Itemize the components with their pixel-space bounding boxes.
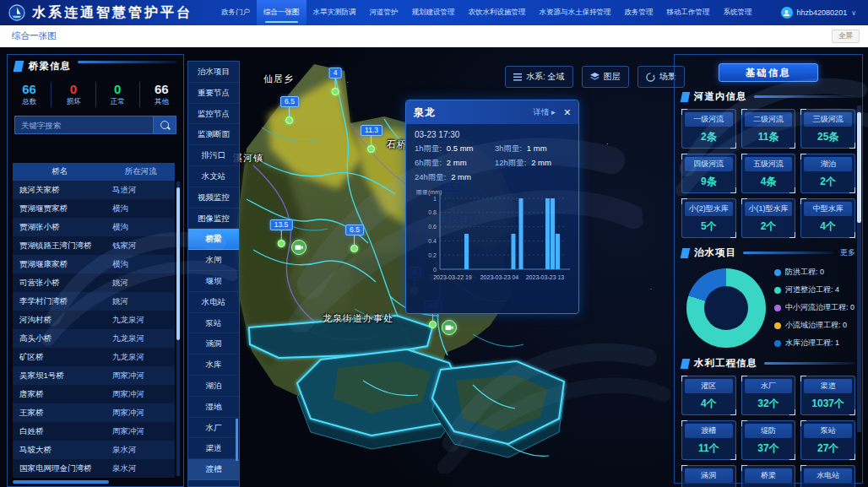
right-panel-scrollbar-thumb[interactable] — [857, 112, 861, 224]
layer-menu-item[interactable]: 水文站 — [188, 166, 239, 187]
camera-marker[interactable] — [291, 240, 307, 255]
marker-value-tag: 13.5 — [270, 219, 293, 230]
layer-menu-item[interactable]: 桥梁 — [188, 229, 239, 250]
table-row[interactable]: 河沟村桥 九龙泉河 — [13, 311, 175, 329]
map-canvas[interactable]: 仙居乡 溪河镇 石桥驿镇 子陵铺镇 泉口街道办 龙泉街道办事处 4 — [0, 47, 868, 487]
stat-value: 66 — [140, 82, 183, 96]
layer-menu-item[interactable]: 监测断面 — [188, 124, 239, 145]
more-link[interactable]: 更多 — [840, 247, 855, 258]
projects-section-title: 治水项目 — [694, 246, 736, 259]
list-icon — [513, 73, 522, 81]
info-card-value: 37个 — [745, 438, 793, 457]
layer-menu-item[interactable]: 泵站 — [188, 313, 239, 334]
table-row[interactable]: 贾湖张小桥 横沟 — [13, 218, 175, 236]
layer-menu-item[interactable]: 湿地 — [188, 397, 239, 418]
table-row[interactable]: 国家电网理金门湾桥 泉水河 — [13, 459, 175, 478]
bridge-name: 矿区桥 — [13, 352, 106, 363]
breadcrumb-bar: 综合一张图 全屏 — [0, 25, 868, 47]
stat-value: 0 — [52, 82, 95, 96]
table-row[interactable]: 高头小桥 九龙泉河 — [13, 329, 175, 348]
close-icon[interactable]: × — [564, 106, 571, 118]
layer-menu-item-label: 水库 — [206, 360, 222, 369]
info-card: 涵洞 47个 — [681, 465, 736, 487]
layer-menu-scrollbar-thumb[interactable] — [236, 419, 238, 461]
bridge-name: 贾湖镇路王湾门湾桥 — [13, 241, 106, 252]
engineering-cards: 灌区 4个 水厂 32个 渠道 1037个 — [681, 376, 855, 487]
nav-item[interactable]: 水资源与水土保持管理 — [533, 0, 618, 25]
camera-marker[interactable] — [442, 320, 457, 335]
layer-menu-item[interactable]: 重要节点 — [188, 83, 239, 104]
table-row[interactable]: 李学村门湾桥 姚河 — [13, 292, 175, 311]
table-row[interactable]: 贾湖堰康家桥 横沟 — [13, 255, 175, 273]
table-row[interactable]: 马坡大桥 泉水河 — [13, 441, 175, 459]
bridge-name: 贾湖堰贾家桥 — [13, 203, 106, 214]
table-row[interactable]: 吴家坝1号桥 周家冲河 — [13, 366, 175, 385]
nav-item[interactable]: 移动工作管理 — [660, 0, 717, 25]
bridge-river: 泉水河 — [106, 463, 175, 474]
table-row[interactable]: 白姓桥 周家冲河 — [13, 422, 175, 441]
table-row[interactable]: 唐家桥 周家冲河 — [13, 385, 175, 403]
map-marker[interactable]: 6.5 — [280, 96, 299, 124]
basic-info-button[interactable]: 基础信息 — [719, 63, 818, 82]
nav-item[interactable]: 农饮水利设施管理 — [462, 0, 533, 25]
section-accent — [681, 248, 691, 258]
layer-menu-item[interactable]: 堤防 — [188, 480, 239, 487]
layer-menu-item[interactable]: 视频监控 — [188, 187, 239, 208]
nav-item-label: 政务管理 — [625, 8, 654, 18]
nav-item[interactable]: 规划建设管理 — [405, 0, 462, 25]
map-marker[interactable]: 11.3 — [361, 125, 382, 153]
user-menu[interactable]: hhzb42080201 ∨ — [781, 7, 856, 19]
search-button[interactable] — [154, 116, 176, 134]
fullscreen-button[interactable]: 全屏 — [832, 30, 860, 43]
layer-menu-item[interactable]: 图像监控 — [188, 208, 239, 230]
bridge-search-input[interactable] — [14, 116, 154, 134]
map-controls: 水系: 全域 图层 场景 — [505, 66, 685, 88]
marker-stem — [371, 136, 372, 145]
layers-icon — [590, 73, 599, 81]
layer-menu-item[interactable]: 涵洞 — [188, 333, 239, 354]
nav-item[interactable]: 综合一张图 — [257, 0, 307, 25]
watersystem-selector[interactable]: 水系: 全域 — [505, 66, 573, 88]
section-header-line — [754, 95, 856, 98]
table-hscrollbar-thumb[interactable] — [13, 480, 109, 484]
popup-metrics: 1h雨量: 0.5 mm 3h雨量: 1 mm 6h雨量: 2 mm — [415, 143, 570, 183]
table-row[interactable]: 贾湖堰贾家桥 横沟 — [13, 199, 175, 218]
table-row[interactable]: 贾湖镇路王湾门湾桥 钱家河 — [13, 236, 175, 255]
bridge-river: 横沟 — [106, 203, 175, 214]
nav-item[interactable]: 政务门户 — [214, 0, 257, 25]
map-place-label: 龙泉街道办事处 — [323, 312, 393, 325]
table-row[interactable]: 司营张小桥 姚河 — [13, 273, 175, 292]
layer-menu-item[interactable]: 水库 — [188, 354, 239, 376]
info-card-label: 二级河流 — [745, 112, 793, 127]
layer-menu-item[interactable]: 堰坝 — [188, 271, 239, 292]
svg-text:2023-03-22 19: 2023-03-22 19 — [433, 274, 472, 280]
nav-item[interactable]: 水旱灾测防调 — [307, 0, 363, 25]
camera-icon — [445, 324, 453, 331]
map-marker[interactable]: 6.5 — [345, 225, 364, 252]
nav-item[interactable]: 系统管理 — [717, 0, 759, 25]
info-card-label: 渡槽 — [685, 424, 733, 438]
rain-metric-label: 3h雨量: — [495, 143, 522, 153]
nav-item-label: 水旱灾测防调 — [313, 8, 356, 18]
layer-menu-item[interactable]: 渠道 — [188, 438, 239, 459]
table-row[interactable]: 姚河关家桥 马道河 — [13, 181, 175, 199]
map-marker[interactable]: 4 — [329, 68, 342, 95]
map-marker[interactable]: 13.5 — [270, 219, 293, 247]
popup-detail-link[interactable]: 详情 ▸ — [533, 107, 555, 118]
layer-menu-item[interactable]: 水电站 — [188, 292, 239, 313]
layers-button[interactable]: 图层 — [582, 66, 629, 88]
table-scrollbar-thumb[interactable] — [176, 187, 180, 340]
layer-menu-item[interactable]: 水闸 — [188, 250, 239, 271]
layer-menu-item[interactable]: 湖泊 — [188, 376, 239, 397]
nav-item[interactable]: 河道管护 — [363, 0, 405, 25]
breadcrumb: 综合一张图 — [12, 30, 57, 42]
nav-item[interactable]: 政务管理 — [618, 0, 660, 25]
table-row[interactable]: 矿区桥 九龙泉河 — [13, 348, 175, 366]
layer-menu-item[interactable]: 渡槽 — [188, 459, 239, 480]
info-card-value: 4个 — [804, 216, 852, 235]
table-row[interactable]: 王家桥 周家冲河 — [13, 403, 175, 422]
layer-menu-item[interactable]: 水厂 — [188, 418, 239, 439]
layer-menu-item[interactable]: 监控节点 — [188, 104, 239, 125]
layer-menu-item[interactable]: 排污口 — [188, 145, 239, 166]
layer-menu-item[interactable]: 治水项目 — [188, 62, 239, 83]
